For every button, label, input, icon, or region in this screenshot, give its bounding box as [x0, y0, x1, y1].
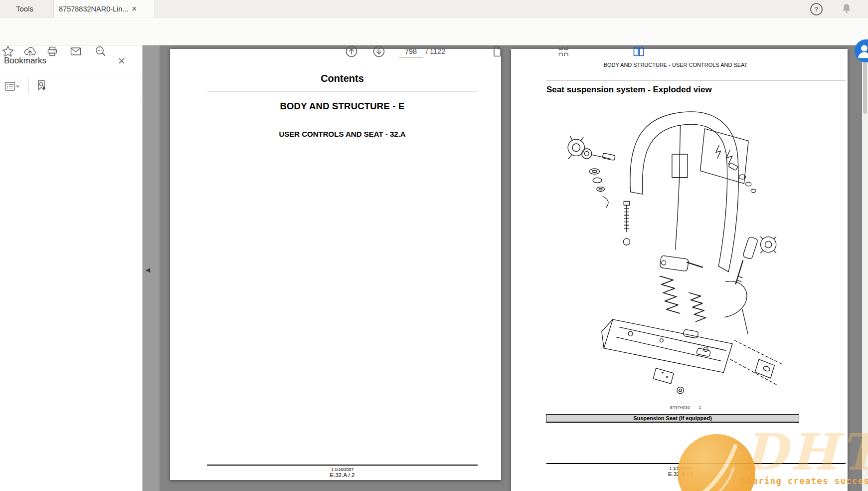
email-icon[interactable]: [69, 45, 82, 58]
header-rule: [546, 80, 846, 80]
collapse-panel-icon[interactable]: ◀: [146, 266, 150, 273]
account-avatar-button[interactable]: [855, 39, 868, 62]
subsection-title: USER CONTROLS AND SEAT - 32.A: [207, 130, 478, 138]
notifications-bell-icon[interactable]: [841, 2, 853, 15]
tab-document-label: 87578832NAR0-Lin...: [59, 5, 128, 13]
figure-code: BT97H030: [670, 405, 690, 410]
single-page-view-icon[interactable]: [491, 45, 504, 58]
panel-divider: [0, 100, 142, 100]
tab-document[interactable]: 87578832NAR0-Lin...: [53, 0, 155, 17]
title-rule: [207, 91, 478, 91]
watermark-ghost-letters: DHT: [744, 427, 868, 477]
previous-page-icon[interactable]: [345, 45, 358, 58]
running-header: BODY AND STRUCTURE - USER CONTROLS AND S…: [511, 62, 840, 68]
page-number-input[interactable]: [399, 45, 423, 58]
search-options-icon[interactable]: [94, 45, 107, 58]
footer-date: 1 1/16/2007: [207, 467, 478, 472]
print-icon[interactable]: [46, 45, 59, 58]
page-total-label: / 1122: [426, 47, 445, 55]
panel-tools-divider: [28, 78, 29, 94]
next-page-icon[interactable]: [372, 45, 385, 58]
tab-bar: Tools 87578832NAR0-Lin... ?: [0, 0, 868, 18]
panel-close-icon[interactable]: [119, 58, 125, 64]
main-toolbar: / 1122: [0, 18, 868, 45]
footer-rule: [207, 465, 478, 466]
find-current-bookmark-icon[interactable]: [35, 79, 49, 93]
favorite-star-icon[interactable]: [1, 45, 14, 58]
exploded-view-diagram: BT97H0301: [547, 99, 808, 409]
section-title: BODY AND STRUCTURE - E: [207, 101, 478, 112]
document-page-left: Contents BODY AND STRUCTURE - E USER CON…: [170, 49, 501, 480]
cloud-upload-icon[interactable]: [23, 45, 36, 58]
help-icon[interactable]: ?: [810, 3, 823, 15]
figure-caption: BT97H0301: [670, 405, 701, 410]
parts-table: Suspension Seat (if equipped): [546, 414, 799, 423]
exploded-view-illustration: [547, 99, 808, 409]
figure-index: 1: [699, 405, 701, 410]
bookmark-options-icon[interactable]: [4, 80, 20, 93]
watermark-slogan: Sharing creates success: [741, 476, 868, 486]
panel-splitter[interactable]: ◀: [143, 45, 160, 491]
two-page-view-icon[interactable]: [632, 45, 646, 58]
footer-reference: E.32.A / 2: [207, 472, 478, 478]
scrolling-page-view-icon[interactable]: [557, 45, 570, 58]
bookmarks-panel: Bookmarks: [0, 45, 143, 491]
panel-divider: [0, 75, 142, 75]
parts-table-header: Suspension Seat (if equipped): [546, 415, 799, 422]
figure-title: Seat suspension system - Exploded view: [546, 85, 712, 95]
tab-tools[interactable]: Tools: [11, 0, 38, 18]
contents-title: Contents: [207, 73, 478, 84]
tab-close-icon[interactable]: [132, 6, 137, 11]
